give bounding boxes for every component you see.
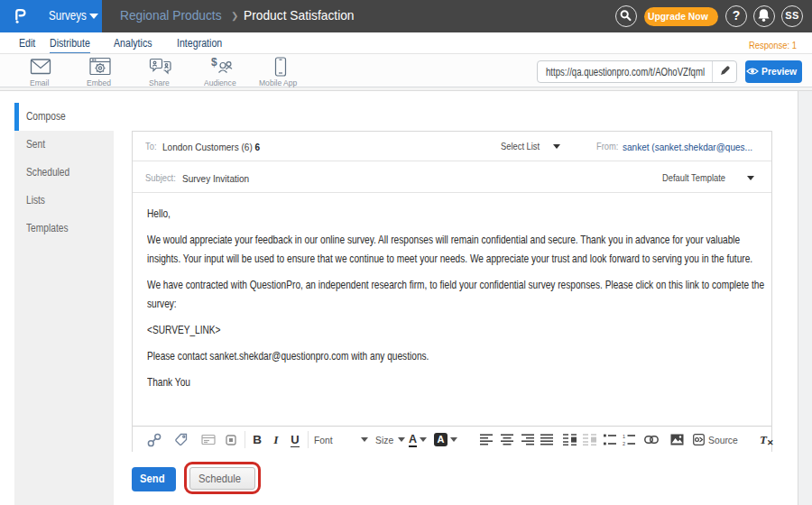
svg-text:1: 1 [623,434,625,439]
svg-text:$: $ [211,57,217,69]
svg-text:2: 2 [623,441,625,445]
